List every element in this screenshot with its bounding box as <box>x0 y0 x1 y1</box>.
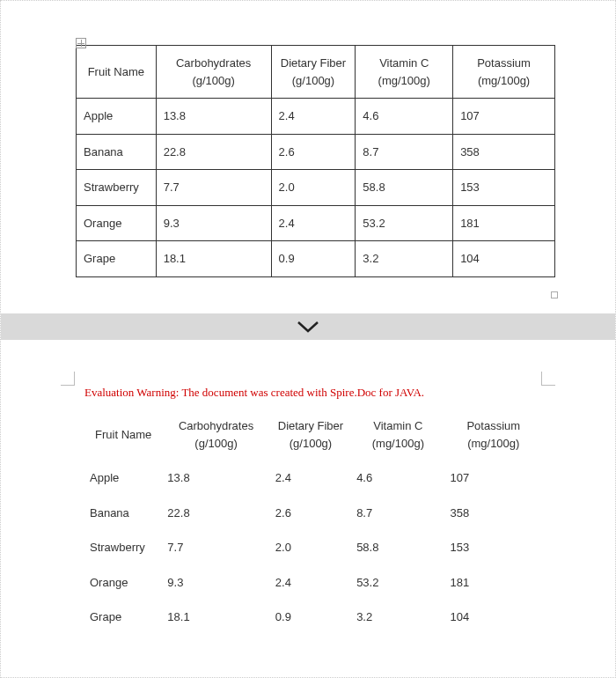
cell: 2.4 <box>270 461 351 496</box>
col-potassium: Potassium (mg/100g) <box>453 46 555 99</box>
cell: 18.1 <box>162 600 269 635</box>
cell: Apple <box>84 461 162 496</box>
table-row: Grape 18.1 0.9 3.2 104 <box>77 241 555 277</box>
chevron-down-icon <box>296 320 320 334</box>
cell: 9.3 <box>162 565 269 601</box>
table-row: Banana 22.8 2.6 8.7 358 <box>77 134 555 170</box>
col-fruit-name: Fruit Name <box>84 409 162 461</box>
table-anchor-icon <box>76 38 86 48</box>
cell: 3.2 <box>351 600 444 635</box>
col-vitamin-c: Vitamin C (mg/100g) <box>356 46 453 99</box>
cell: Apple <box>77 99 157 135</box>
cell: 7.7 <box>162 530 269 565</box>
cell: 53.2 <box>356 205 453 241</box>
conversion-divider <box>1 313 615 340</box>
cell: 4.6 <box>356 99 453 135</box>
cell: 107 <box>445 461 542 496</box>
cell: Strawberry <box>84 530 162 565</box>
nutrition-table-plain: Fruit Name Carbohydrates (g/100g) Dietar… <box>84 409 542 635</box>
cell: 153 <box>445 530 542 565</box>
table-row: Strawberry 7.7 2.0 58.8 153 <box>77 170 555 206</box>
col-potassium: Potassium (mg/100g) <box>445 409 542 461</box>
page-margin-mark-icon <box>61 372 75 386</box>
page-after: Evaluation Warning: The document was cre… <box>1 340 615 652</box>
table-row: Grape 18.1 0.9 3.2 104 <box>84 600 542 635</box>
col-fruit-name: Fruit Name <box>77 46 157 99</box>
cell: Orange <box>77 205 157 241</box>
cell: Orange <box>84 565 162 601</box>
evaluation-warning: Evaluation Warning: The document was cre… <box>84 386 549 400</box>
cell: Grape <box>77 241 157 277</box>
cell: 0.9 <box>271 241 356 277</box>
cell: Strawberry <box>77 170 157 206</box>
cell: 22.8 <box>156 134 271 170</box>
col-dietary-fiber: Dietary Fiber (g/100g) <box>270 409 351 461</box>
cell: 13.8 <box>162 461 269 496</box>
cell: 2.0 <box>270 530 351 565</box>
cell: Banana <box>84 496 162 531</box>
cell: 2.6 <box>270 496 351 531</box>
cell: 358 <box>445 496 542 531</box>
cell: 2.4 <box>271 205 356 241</box>
cell: 2.4 <box>271 99 356 135</box>
cell: 4.6 <box>351 461 444 496</box>
cell: Banana <box>77 134 157 170</box>
cell: 2.6 <box>271 134 356 170</box>
cell: 18.1 <box>156 241 271 277</box>
nutrition-table-bordered: Fruit Name Carbohydrates (g/100g) Dietar… <box>76 45 555 277</box>
cell: 153 <box>453 170 555 206</box>
cell: 107 <box>453 99 555 135</box>
cell: 7.7 <box>156 170 271 206</box>
cell: 8.7 <box>356 134 453 170</box>
table-row: Apple 13.8 2.4 4.6 107 <box>77 99 555 135</box>
cell: 58.8 <box>356 170 453 206</box>
cell: 2.0 <box>271 170 356 206</box>
cell: 181 <box>445 565 542 601</box>
cell: 58.8 <box>351 530 444 565</box>
cell: 181 <box>453 205 555 241</box>
table-row: Strawberry 7.7 2.0 58.8 153 <box>84 530 542 565</box>
table-header-row: Fruit Name Carbohydrates (g/100g) Dietar… <box>77 46 555 99</box>
cell: 53.2 <box>351 565 444 601</box>
cell: 0.9 <box>270 600 351 635</box>
cell: 22.8 <box>162 496 269 531</box>
cell: 8.7 <box>351 496 444 531</box>
cell: 358 <box>453 134 555 170</box>
cell: 9.3 <box>156 205 271 241</box>
cell: 13.8 <box>156 99 271 135</box>
col-carbohydrates: Carbohydrates (g/100g) <box>162 409 269 461</box>
cell: Grape <box>84 600 162 635</box>
table-end-marker-icon <box>551 291 558 298</box>
cell: 104 <box>453 241 555 277</box>
cell: 104 <box>445 600 542 635</box>
col-dietary-fiber: Dietary Fiber (g/100g) <box>271 46 356 99</box>
table-row: Apple 13.8 2.4 4.6 107 <box>84 461 542 496</box>
table-header-row: Fruit Name Carbohydrates (g/100g) Dietar… <box>84 409 542 461</box>
col-vitamin-c: Vitamin C (mg/100g) <box>351 409 444 461</box>
table-row: Banana 22.8 2.6 8.7 358 <box>84 496 542 531</box>
col-carbohydrates: Carbohydrates (g/100g) <box>156 46 271 99</box>
page-margin-mark-icon <box>541 372 555 386</box>
cell: 3.2 <box>356 241 453 277</box>
page-before: Fruit Name Carbohydrates (g/100g) Dietar… <box>1 1 615 313</box>
table-row: Orange 9.3 2.4 53.2 181 <box>77 205 555 241</box>
cell: 2.4 <box>270 565 351 601</box>
table-row: Orange 9.3 2.4 53.2 181 <box>84 565 542 601</box>
